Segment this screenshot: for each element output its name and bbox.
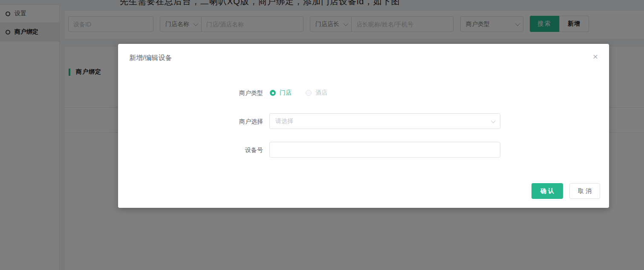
confirm-button[interactable]: 确 认 xyxy=(531,183,563,199)
merchant-select[interactable]: 请选择 xyxy=(269,113,500,129)
modal-title: 新增/编辑设备 xyxy=(129,54,172,63)
radio-selected-icon xyxy=(270,90,276,96)
radio-hotel[interactable]: 酒店 xyxy=(306,89,327,97)
add-edit-device-modal: 新增/编辑设备 × 商户类型 门店 酒店 商户选择 请选择 设备号 确 认 取 … xyxy=(118,44,609,208)
merchant-select-label: 商户选择 xyxy=(216,118,263,126)
chevron-down-icon xyxy=(491,118,496,123)
device-no-label: 设备号 xyxy=(216,146,263,154)
device-no-input[interactable] xyxy=(269,142,500,158)
cancel-button[interactable]: 取 消 xyxy=(569,183,600,199)
radio-store[interactable]: 门店 xyxy=(270,89,292,97)
close-icon[interactable]: × xyxy=(589,51,601,63)
radio-hotel-label: 酒店 xyxy=(315,89,327,97)
merchant-type-label: 商户类型 xyxy=(216,89,263,97)
radio-store-label: 门店 xyxy=(280,89,292,97)
merchant-select-placeholder: 请选择 xyxy=(275,118,487,125)
radio-unselected-icon xyxy=(306,90,312,96)
